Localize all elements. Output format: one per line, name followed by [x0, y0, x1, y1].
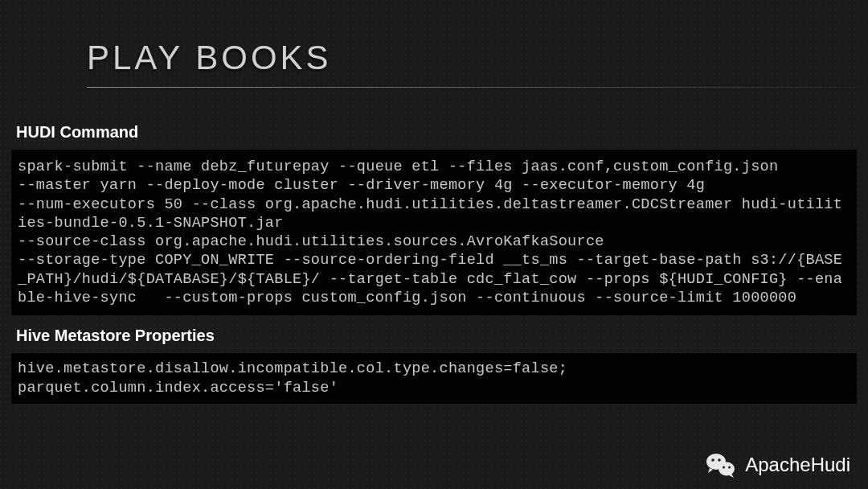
footer-brand: ApacheHudi — [745, 454, 850, 476]
footer: ApacheHudi — [705, 449, 850, 481]
svg-point-1 — [711, 458, 714, 462]
svg-point-2 — [718, 458, 721, 462]
hudi-command-code: spark-submit --name debz_futurepay --que… — [11, 150, 857, 315]
wechat-icon — [705, 449, 737, 481]
hudi-command-label: HUDI Command — [16, 123, 868, 142]
svg-point-4 — [723, 466, 725, 469]
svg-point-3 — [719, 462, 735, 476]
title-underline — [87, 87, 858, 88]
page-title: PLAY BOOKS — [0, 0, 868, 77]
hive-properties-code: hive.metastore.disallow.incompatible.col… — [11, 353, 857, 404]
svg-point-5 — [728, 466, 731, 469]
hive-properties-label: Hive Metastore Properties — [16, 327, 868, 345]
